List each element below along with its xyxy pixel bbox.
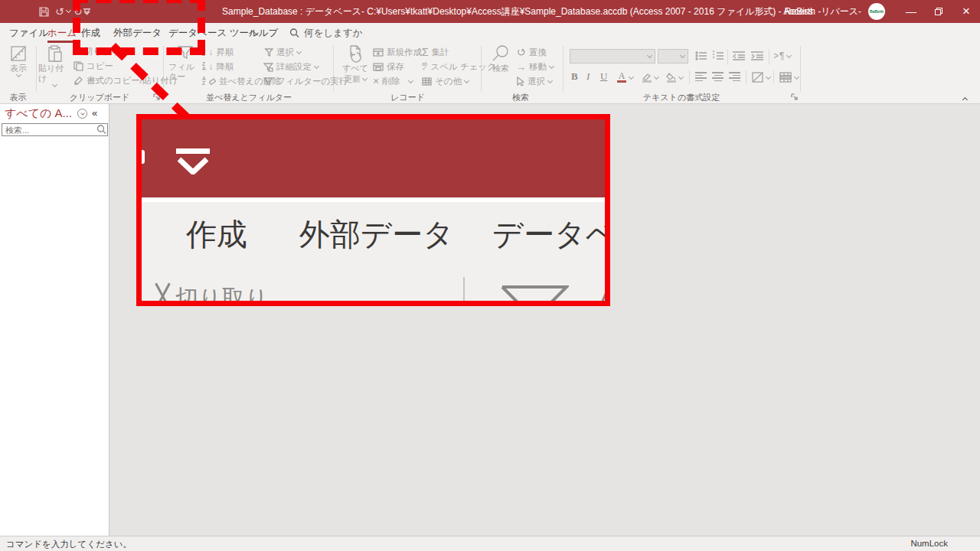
group-separator [800, 46, 801, 92]
chevron-down-icon[interactable] [66, 8, 71, 13]
annotation-dashed-rectangle [73, 0, 205, 55]
toggle-filter-button[interactable]: フィルターの実行 [263, 75, 348, 87]
refresh-icon [346, 44, 364, 63]
save-record-label: 保存 [387, 61, 404, 73]
view-button[interactable]: 表示 [3, 44, 34, 77]
advanced-filter-button[interactable]: 詳細設定 [263, 60, 318, 73]
callout-tab-database: データベー [492, 214, 610, 256]
minimize-button[interactable]: — [897, 0, 925, 23]
delete-record-button[interactable]: × 削除 [373, 75, 413, 87]
totals-button[interactable]: Σ 集計 [422, 46, 449, 58]
tab-help[interactable]: ヘルプ [249, 23, 278, 43]
align-right-button[interactable] [729, 72, 740, 81]
select-label: 選択 [528, 76, 545, 87]
table-icon [779, 72, 792, 83]
tab-file[interactable]: ファイル [9, 23, 48, 43]
text-direction-button[interactable]: > ¶ [773, 50, 791, 62]
minimize-icon: — [906, 5, 916, 18]
callout-partial-redo-icon [140, 150, 145, 164]
selection-button[interactable]: 選択 [263, 46, 301, 58]
sort-descending-icon: ZA [202, 62, 206, 71]
replace-label: 置換 [529, 47, 547, 58]
gridlines-button[interactable] [752, 71, 770, 83]
alternate-row-color-button[interactable] [779, 71, 799, 83]
collapse-ribbon-button[interactable] [963, 93, 967, 104]
goto-button[interactable]: → 移動 [516, 60, 554, 73]
group-label-records: レコード [352, 92, 463, 103]
save-record-button[interactable]: 保存 [373, 60, 404, 73]
background-color-button[interactable] [666, 71, 683, 83]
gridlines-icon [752, 72, 763, 83]
group-label-find: 検索 [490, 92, 551, 103]
selected-tab-underline [47, 41, 73, 43]
font-color-button[interactable]: A [617, 71, 633, 83]
nav-pane-title[interactable]: すべての A... [5, 106, 72, 121]
underline-button[interactable]: U [600, 70, 607, 83]
search-icon[interactable] [96, 125, 106, 135]
refresh-all-button[interactable]: すべて 更新 [339, 44, 371, 84]
callout-customize-qat-icon [175, 148, 214, 174]
window-title: Sample_Database : データベース- C:¥Users¥tkatt… [222, 0, 813, 23]
access-window: ↺ ↻ Sample_Database : データベース- C:¥Users¥t… [0, 0, 980, 551]
more-records-button[interactable]: その他 [422, 75, 469, 87]
save-icon[interactable] [38, 0, 50, 23]
selection-label: 選択 [276, 47, 294, 58]
direction-icon: > [773, 51, 779, 61]
eraser-icon [209, 78, 216, 85]
find-button[interactable]: 検索 [487, 44, 514, 73]
format-painter-label: 書式のコピー/貼り付け [87, 75, 178, 86]
group-label-text-formatting: テキストの書式設定 [612, 92, 750, 103]
italic-button[interactable]: I [586, 70, 590, 83]
delete-record-label: 削除 [382, 76, 400, 87]
callout-tab-create: 作成 [186, 214, 247, 256]
navigation-pane: すべての A... « [0, 104, 109, 536]
sort-descending-button[interactable]: ZA↓ 降順 [202, 60, 234, 73]
avatar[interactable]: ReBirth [868, 3, 885, 20]
bold-icon: B [571, 70, 578, 82]
increase-indent-button[interactable] [750, 51, 764, 64]
nav-search-input[interactable] [2, 123, 108, 136]
format-painter-button[interactable]: 書式のコピー/貼り付け [74, 74, 178, 86]
chevron-down-icon [15, 72, 21, 77]
new-record-button[interactable]: 新規作成 [373, 46, 422, 58]
spelling-button[interactable]: ab✓ スペル チェック [422, 60, 496, 73]
callout-divider [142, 197, 605, 202]
nav-menu-button[interactable] [77, 109, 87, 119]
font-name-combobox[interactable] [570, 49, 655, 64]
decrease-indent-button[interactable] [732, 51, 746, 64]
restore-button[interactable] [925, 0, 952, 23]
callout-tab-external-data: 外部データ [299, 214, 454, 256]
replace-button[interactable]: 置換 [516, 46, 547, 58]
group-label-view: 表示 [0, 92, 36, 103]
bullets-button[interactable] [695, 51, 707, 64]
bullets-icon [695, 51, 707, 61]
numbering-button[interactable] [712, 51, 724, 64]
select-button[interactable]: 選択 [516, 75, 552, 87]
copy-button[interactable]: コピー [74, 60, 113, 72]
bold-button[interactable]: B [571, 70, 578, 83]
align-center-button[interactable] [712, 72, 724, 81]
delete-icon: × [373, 75, 379, 87]
avatar-label: ReBirth [870, 9, 884, 14]
paste-button[interactable]: 貼り付け [38, 44, 70, 86]
undo-button[interactable]: ↺ [55, 0, 70, 23]
refresh-all-label1: すべて [342, 64, 368, 73]
highlight-color-button[interactable] [642, 71, 658, 83]
more-records-label: その他 [435, 76, 462, 87]
copy-icon [74, 61, 83, 71]
tell-me-label: 何をしますか [304, 27, 362, 40]
format-painter-icon [74, 76, 83, 86]
find-icon [492, 44, 510, 63]
shutter-bar-close-button[interactable]: « [92, 107, 97, 119]
align-left-button[interactable] [695, 72, 707, 81]
dialog-launcher-icon[interactable] [791, 93, 799, 101]
toggle-filter-icon [263, 77, 273, 86]
font-size-combobox[interactable] [658, 49, 688, 64]
selection-filter-icon [263, 47, 273, 57]
tell-me-search[interactable]: 何をしますか [289, 23, 362, 43]
filter-label: フィルター [168, 62, 202, 82]
numbering-icon [712, 51, 724, 61]
sort-ascending-button[interactable]: AZ↓ 昇順 [202, 46, 234, 58]
account-name[interactable]: ReBirth -リバース- [785, 0, 861, 23]
close-button[interactable]: × [952, 0, 980, 23]
